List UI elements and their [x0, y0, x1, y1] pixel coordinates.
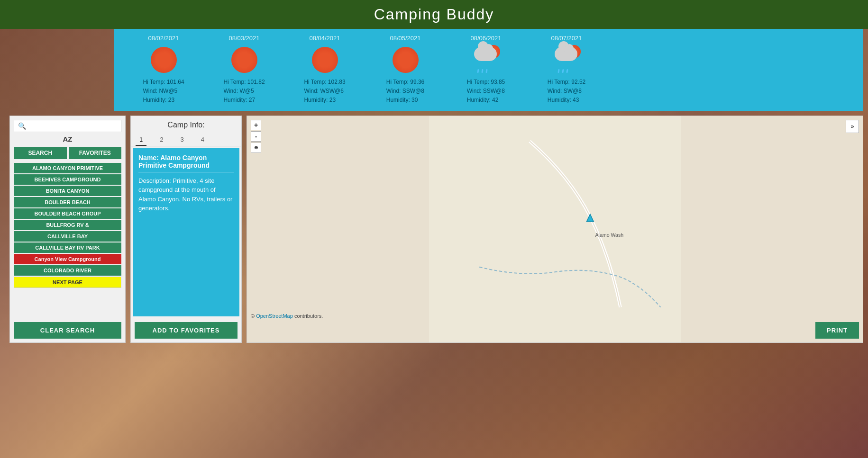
search-icon: 🔍 — [18, 122, 26, 130]
humidity-1: Humidity: 23 — [143, 96, 184, 105]
wind-5: Wind: SSW@8 — [467, 87, 505, 96]
hi-temp-2: Hi Temp: 101.82 — [223, 78, 265, 87]
hi-temp-6: Hi Temp: 92.52 — [548, 78, 586, 87]
zoom-in-button[interactable]: + — [251, 120, 261, 130]
humidity-2: Humidity: 27 — [223, 96, 265, 105]
hi-temp-3: Hi Temp: 102.83 — [304, 78, 345, 87]
cloud-rain-icon — [552, 47, 581, 73]
wind-3: Wind: WSW@6 — [304, 87, 345, 96]
weather-bar: 08/02/2021 Hi Temp: 101.64 Wind: NW@5 Hu… — [114, 29, 863, 111]
campground-item[interactable]: CALLVILLE BAY — [14, 231, 121, 242]
wind-2: Wind: W@5 — [223, 87, 265, 96]
weather-date-5: 08/06/2021 — [470, 35, 501, 42]
humidity-5: Humidity: 42 — [467, 96, 505, 105]
weather-icon-1 — [149, 45, 178, 74]
main-area: 🔍 AZ SEARCH FAVORITES ALAMO CANYON PRIMI… — [0, 111, 868, 458]
campground-item[interactable]: CALLVILLE BAY RV PARK — [14, 242, 121, 253]
info-tab-4[interactable]: 4 — [197, 134, 208, 146]
weather-day-3: 08/04/2021 Hi Temp: 102.83 Wind: WSW@6 H… — [289, 35, 360, 105]
info-panel: Camp Info: 1234 Name: Alamo Canyon Primi… — [130, 116, 242, 343]
map-controls: + - ⊕ — [251, 120, 261, 153]
rain-drop — [481, 69, 483, 72]
weather-date-6: 08/07/2021 — [551, 35, 582, 42]
campground-item[interactable]: Canyon View Campground — [14, 254, 121, 264]
favorites-tab[interactable]: FAVORITES — [69, 147, 122, 159]
weather-icon-2 — [230, 45, 258, 74]
info-tabs: 1234 — [131, 134, 241, 146]
rain-drops — [558, 69, 568, 73]
weather-icon-6 — [552, 45, 581, 74]
list-panel: 🔍 AZ SEARCH FAVORITES ALAMO CANYON PRIMI… — [9, 116, 126, 343]
weather-date-4: 08/05/2021 — [390, 35, 420, 42]
rain-drop — [566, 69, 568, 72]
weather-info-6: Hi Temp: 92.52 Wind: SW@8 Humidity: 43 — [548, 78, 586, 105]
rain-drop — [557, 69, 559, 72]
sun-icon — [151, 47, 177, 73]
weather-day-2: 08/03/2021 Hi Temp: 101.82 Wind: W@5 Hum… — [209, 35, 280, 105]
weather-day-5: 08/06/2021 Hi Temp: 93.85 Wind: SSW@8 Hu… — [450, 35, 521, 105]
hi-temp-4: Hi Temp: 99.36 — [386, 78, 425, 87]
search-tab[interactable]: SEARCH — [14, 147, 67, 159]
add-to-favorites-button[interactable]: ADD TO FAVORITES — [135, 322, 238, 339]
weather-info-5: Hi Temp: 93.85 Wind: SSW@8 Humidity: 42 — [467, 78, 505, 105]
info-content: Name: Alamo Canyon Primitive Campground … — [133, 148, 239, 316]
wind-4: Wind: SSW@8 — [386, 87, 425, 96]
weather-icon-4 — [391, 45, 420, 74]
info-tab-3[interactable]: 3 — [176, 134, 187, 146]
weather-info-4: Hi Temp: 99.36 Wind: SSW@8 Humidity: 30 — [386, 78, 425, 105]
sun-icon — [312, 47, 338, 73]
weather-icon-3 — [311, 45, 339, 74]
map-location-button[interactable]: ⊕ — [251, 143, 261, 153]
rain-drop — [477, 69, 479, 72]
next-page-button[interactable]: NEXT PAGE — [14, 277, 121, 288]
hi-temp-1: Hi Temp: 101.64 — [143, 78, 184, 87]
wind-6: Wind: SW@8 — [548, 87, 586, 96]
weather-info-1: Hi Temp: 101.64 Wind: NW@5 Humidity: 23 — [143, 78, 184, 105]
campground-item[interactable]: BONITA CANYON — [14, 186, 121, 196]
campground-list: ALAMO CANYON PRIMITIVEBEEHIVES CAMPGROUN… — [14, 163, 121, 318]
humidity-6: Humidity: 43 — [548, 96, 586, 105]
humidity-4: Humidity: 30 — [386, 96, 425, 105]
wind-1: Wind: NW@5 — [143, 87, 184, 96]
campground-item[interactable]: COLORADO RIVER — [14, 265, 121, 276]
map-expand-button[interactable]: » — [846, 120, 859, 133]
campground-item[interactable]: BEEHIVES CAMPGROUND — [14, 174, 121, 185]
app-title: Camping Buddy — [0, 6, 868, 23]
info-tab-2[interactable]: 2 — [156, 134, 167, 146]
camp-name: Name: Alamo Canyon Primitive Campground — [138, 154, 234, 172]
campground-item[interactable]: BULLFROG RV & — [14, 220, 121, 230]
search-bar[interactable]: 🔍 — [14, 120, 121, 132]
app-header: Camping Buddy — [0, 0, 868, 29]
rain-drop — [562, 69, 564, 72]
print-button[interactable]: PRINT — [815, 322, 859, 339]
weather-date-1: 08/02/2021 — [148, 35, 179, 42]
campground-item[interactable]: BOULDER BEACH GROUP — [14, 208, 121, 219]
weather-info-3: Hi Temp: 102.83 Wind: WSW@6 Humidity: 23 — [304, 78, 345, 105]
cloud-rain-icon — [472, 47, 500, 73]
weather-day-6: 08/07/2021 Hi Temp: 92.52 Wind: SW@8 Hum… — [531, 35, 602, 105]
weather-day-1: 08/02/2021 Hi Temp: 101.64 Wind: NW@5 Hu… — [128, 35, 199, 105]
clear-search-button[interactable]: CLEAR SEARCH — [14, 322, 121, 339]
tab-row: SEARCH FAVORITES — [14, 147, 121, 159]
campground-item[interactable]: ALAMO CANYON PRIMITIVE — [14, 163, 121, 173]
info-tab-1[interactable]: 1 — [136, 134, 146, 146]
map-svg: Alamo Wash — [247, 116, 863, 342]
cloud-body — [555, 47, 577, 61]
svg-rect-1 — [429, 116, 681, 342]
rain-drop — [485, 69, 487, 72]
sun-icon — [393, 47, 419, 73]
weather-date-3: 08/04/2021 — [309, 35, 340, 42]
state-label: AZ — [14, 135, 121, 143]
zoom-out-button[interactable]: - — [251, 131, 261, 142]
rain-drops — [477, 69, 487, 73]
info-panel-title: Camp Info: — [131, 116, 241, 134]
weather-date-2: 08/03/2021 — [228, 35, 259, 42]
camp-description: Description: Primitive, 4 site campgroun… — [138, 176, 234, 213]
hi-temp-5: Hi Temp: 93.85 — [467, 78, 505, 87]
weather-day-4: 08/05/2021 Hi Temp: 99.36 Wind: SSW@8 Hu… — [370, 35, 441, 105]
map-panel: + - ⊕ » © OpenStreetMap contributors. — [247, 116, 863, 343]
cloud-body — [474, 47, 497, 61]
campground-item[interactable]: BOULDER BEACH — [14, 197, 121, 207]
weather-icon-5 — [472, 45, 500, 74]
svg-text:Alamo Wash: Alamo Wash — [595, 232, 623, 237]
